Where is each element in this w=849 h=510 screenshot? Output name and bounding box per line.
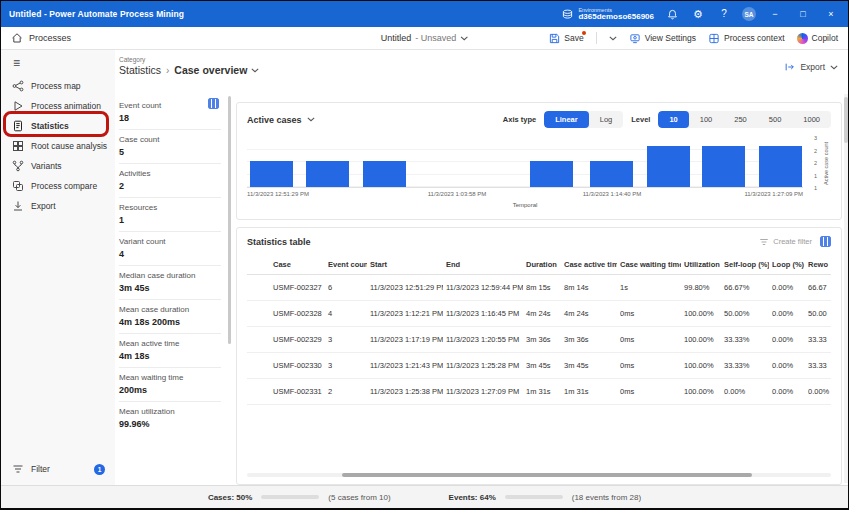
table-column-header[interactable]: Case waiting time <box>617 255 681 275</box>
table-cell: 100.00% <box>681 327 721 353</box>
sidebar-item-process-compare[interactable]: Process compare <box>1 176 115 196</box>
level-option-1000[interactable]: 1000 <box>792 111 831 128</box>
breadcrumb-case-overview[interactable]: Case overview <box>174 64 259 76</box>
sidebar-item-process-map[interactable]: Process map <box>1 76 115 96</box>
view-settings-button[interactable]: View Settings <box>629 33 696 44</box>
save-split-chevron-button[interactable] <box>609 36 617 41</box>
metric-label: Case count <box>119 135 221 144</box>
hamburger-icon: ≡ <box>13 56 20 70</box>
level-option-100[interactable]: 100 <box>689 111 724 128</box>
chart-bar[interactable] <box>363 161 406 187</box>
y-axis-tick: 1 <box>814 185 817 191</box>
filter-button[interactable]: Filter 1 <box>1 459 115 479</box>
table-column-header[interactable]: Start <box>367 255 443 275</box>
metric-label: Mean waiting time <box>119 373 221 382</box>
table-cell: 4m 24s <box>561 301 617 327</box>
avatar[interactable]: SA <box>742 7 756 21</box>
level-option-10[interactable]: 10 <box>658 111 688 128</box>
cases-detail: (5 cases from 10) <box>328 493 390 502</box>
document-title-menu[interactable]: Untitled - Unsaved <box>381 33 469 43</box>
metric-label: Variant count <box>119 237 221 246</box>
metric-value: 1 <box>119 215 221 225</box>
maximize-button[interactable]: □ <box>794 6 812 22</box>
close-button[interactable]: × <box>822 6 840 22</box>
table-column-header[interactable]: Duration <box>523 255 561 275</box>
table-cell: 100.00% <box>681 301 721 327</box>
sidebar-item-variants[interactable]: Variants <box>1 156 115 176</box>
chart-bar[interactable] <box>530 161 573 187</box>
chart-bar[interactable] <box>590 161 633 187</box>
metrics-scrollbar[interactable] <box>228 96 231 344</box>
table-cell: USMF-002328 <box>247 301 325 327</box>
table-row[interactable]: USMF-002331211/3/2023 1:25:38 PM11/3/202… <box>247 379 831 405</box>
save-button[interactable]: Save <box>549 33 583 44</box>
sidebar-item-process-animation[interactable]: Process animation <box>1 96 115 116</box>
settings-button[interactable]: ⚙ <box>690 6 706 22</box>
table-cell: 0.00% <box>769 275 805 301</box>
metric: Mean case duration4m 18s 200ms <box>119 300 221 334</box>
create-filter-label: Create filter <box>773 237 812 246</box>
axis-type-option-linear[interactable]: Linear <box>544 111 589 128</box>
table-column-header[interactable]: Self-loop (%) <box>721 255 769 275</box>
table-cell: 3m 45s <box>523 353 561 379</box>
sidebar-item-statistics[interactable]: Statistics <box>1 116 115 136</box>
metric-value: 99.96% <box>119 419 221 429</box>
scrollbar-thumb[interactable] <box>342 473 752 477</box>
create-filter-button[interactable]: Create filter <box>759 237 812 247</box>
table-cell: 11/3/2023 12:51:29 PM <box>367 275 443 301</box>
table-cell: 33.33 <box>805 327 831 353</box>
chart-bar[interactable] <box>647 146 690 187</box>
chart-bar[interactable] <box>250 161 293 187</box>
sidebar-item-export[interactable]: Export <box>1 196 115 216</box>
table-cell: 11/3/2023 12:59:44 PM <box>443 275 523 301</box>
hamburger-menu-button[interactable]: ≡ <box>1 50 115 72</box>
table-column-header[interactable]: Case active time <box>561 255 617 275</box>
chart-bar[interactable] <box>759 146 802 187</box>
table-cell: 0ms <box>617 353 681 379</box>
table-row[interactable]: USMF-002328411/3/2023 1:12:21 PM11/3/202… <box>247 301 831 327</box>
export-button[interactable]: Export <box>784 62 838 72</box>
y-axis-ticks: 32211 <box>807 138 817 188</box>
home-icon <box>11 32 23 44</box>
axis-type-option-log[interactable]: Log <box>589 111 624 128</box>
axis-type-toggle: LinearLog <box>544 111 623 128</box>
chart-bar[interactable] <box>306 161 349 187</box>
table-column-header[interactable]: Event count <box>325 255 367 275</box>
environment-picker[interactable]: Environments d365demoso656906 <box>562 7 654 22</box>
active-cases-title-label: Active cases <box>247 115 302 125</box>
table-cell: 0.00% <box>769 379 805 405</box>
download-icon <box>12 200 24 212</box>
level-toggle: 101002505001000 <box>658 111 831 128</box>
process-context-button[interactable]: Process context <box>708 33 784 44</box>
table-column-header[interactable]: End <box>443 255 523 275</box>
metric-value: 4m 18s <box>119 351 221 361</box>
statistics-table-card: Statistics table Create filter CaseEvent… <box>236 227 842 485</box>
table-column-header[interactable]: Case <box>247 255 325 275</box>
table-column-header[interactable]: Loop (%) <box>769 255 805 275</box>
y-axis-tick: 2 <box>814 148 817 154</box>
sidebar-item-root-cause-analysis[interactable]: Root cause analysis <box>1 136 115 156</box>
chevron-down-icon <box>460 36 468 41</box>
level-option-500[interactable]: 500 <box>758 111 793 128</box>
table-row[interactable]: USMF-002329311/3/2023 1:17:19 PM11/3/202… <box>247 327 831 353</box>
minimize-button[interactable]: − <box>766 6 784 22</box>
help-button[interactable]: ? <box>716 6 732 22</box>
breadcrumb-statistics[interactable]: Statistics <box>119 64 161 76</box>
copilot-button[interactable]: Copilot <box>797 33 838 44</box>
axis-type-label: Axis type <box>503 115 536 124</box>
view-settings-label: View Settings <box>645 33 696 43</box>
table-column-header[interactable]: Rewo <box>805 255 831 275</box>
notifications-button[interactable] <box>664 6 680 22</box>
level-option-250[interactable]: 250 <box>723 111 758 128</box>
table-cell: 0ms <box>617 301 681 327</box>
chart-bar[interactable] <box>702 146 745 187</box>
active-cases-title[interactable]: Active cases <box>247 115 315 125</box>
scrollbar-thumb[interactable] <box>844 97 848 143</box>
columns-icon[interactable] <box>820 236 831 247</box>
processes-nav-button[interactable]: Processes <box>11 32 71 44</box>
copilot-label: Copilot <box>812 33 838 43</box>
table-row[interactable]: USMF-002327611/3/2023 12:51:29 PM11/3/20… <box>247 275 831 301</box>
table-column-header[interactable]: Utilization <box>681 255 721 275</box>
table-row[interactable]: USMF-002330311/3/2023 1:21:43 PM11/3/202… <box>247 353 831 379</box>
columns-icon[interactable] <box>208 98 219 109</box>
